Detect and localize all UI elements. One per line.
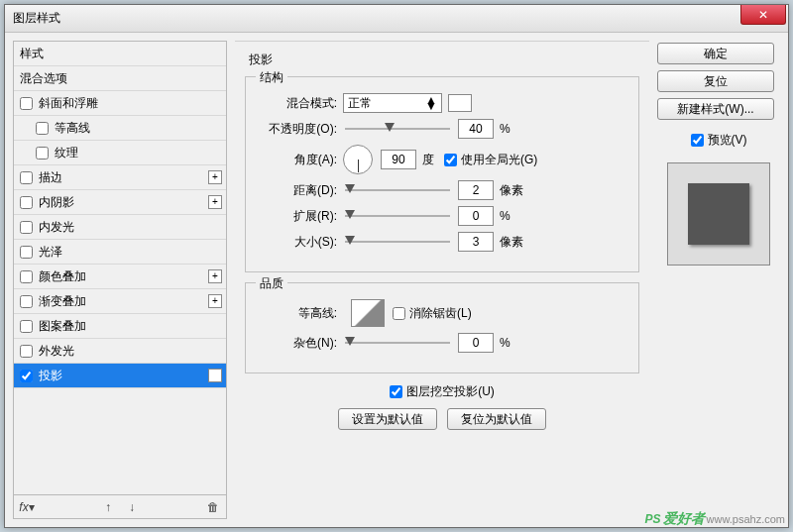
- close-icon: ✕: [758, 8, 768, 22]
- knockout-check[interactable]: 图层挖空投影(U): [390, 383, 495, 400]
- style-item-contour[interactable]: 等高线: [14, 116, 226, 141]
- arrow-down-icon[interactable]: ↓: [125, 500, 139, 514]
- dialog-title: 图层样式: [13, 10, 60, 27]
- blend-mode-label: 混合模式:: [258, 95, 343, 112]
- spread-label: 扩展(R):: [258, 208, 343, 225]
- angle-unit: 度: [422, 152, 434, 168]
- antialias-check[interactable]: 消除锯齿(L): [393, 305, 472, 322]
- style-item-pattern-overlay[interactable]: 图案叠加: [14, 314, 226, 339]
- action-panel: 确定 复位 新建样式(W)... 预览(V): [657, 41, 780, 519]
- size-label: 大小(S):: [258, 234, 343, 251]
- distance-label: 距离(D):: [258, 182, 343, 199]
- chk-inner-glow[interactable]: [20, 221, 33, 234]
- styles-panel: 样式 混合选项 斜面和浮雕 等高线 纹理 描边+ 内阴影+ 内发光 光泽 颜色叠…: [13, 41, 227, 519]
- styles-list: 样式 混合选项 斜面和浮雕 等高线 纹理 描边+ 内阴影+ 内发光 光泽 颜色叠…: [14, 42, 226, 494]
- spread-unit: %: [500, 209, 510, 223]
- style-item-satin[interactable]: 光泽: [14, 240, 226, 265]
- chk-bevel[interactable]: [20, 97, 33, 110]
- chk-outer-glow[interactable]: [20, 345, 33, 358]
- style-item-texture[interactable]: 纹理: [14, 141, 226, 165]
- opacity-label: 不透明度(O):: [258, 121, 343, 138]
- structure-legend: 结构: [256, 69, 287, 86]
- chk-gradient-overlay[interactable]: [20, 295, 33, 308]
- quality-legend: 品质: [256, 275, 287, 292]
- noise-input[interactable]: [458, 333, 494, 353]
- add-gradient-overlay-icon[interactable]: +: [208, 294, 222, 308]
- add-color-overlay-icon[interactable]: +: [208, 269, 222, 283]
- add-stroke-icon[interactable]: +: [208, 170, 222, 184]
- add-inner-shadow-icon[interactable]: +: [208, 195, 222, 209]
- blend-mode-select[interactable]: 正常 ▲▼: [343, 93, 442, 113]
- chk-color-overlay[interactable]: [20, 270, 33, 283]
- styles-footer: fx▾ ↑ ↓ 🗑: [14, 494, 226, 518]
- size-slider[interactable]: [345, 235, 450, 249]
- chk-texture[interactable]: [36, 147, 49, 160]
- style-item-color-overlay[interactable]: 颜色叠加+: [14, 265, 226, 289]
- blend-options-header[interactable]: 混合选项: [14, 66, 226, 91]
- trash-icon[interactable]: 🗑: [206, 500, 220, 514]
- style-item-inner-shadow[interactable]: 内阴影+: [14, 190, 226, 215]
- layer-style-dialog: 图层样式 ✕ 样式 混合选项 斜面和浮雕 等高线 纹理 描边+ 内阴影+ 内发光…: [4, 4, 789, 528]
- settings-panel: 投影 结构 混合模式: 正常 ▲▼ 不透明度(O): %: [235, 41, 649, 519]
- style-item-inner-glow[interactable]: 内发光: [14, 215, 226, 240]
- ok-button[interactable]: 确定: [657, 43, 774, 64]
- set-default-button[interactable]: 设置为默认值: [338, 408, 437, 430]
- contour-picker[interactable]: [351, 299, 385, 327]
- angle-dial[interactable]: [343, 145, 373, 174]
- preview-box: [667, 162, 770, 266]
- chk-drop-shadow[interactable]: [20, 370, 33, 382]
- noise-unit: %: [500, 336, 510, 350]
- watermark: PS 爱好者 www.psahz.com: [645, 510, 786, 528]
- angle-input[interactable]: [381, 150, 416, 169]
- fx-icon[interactable]: fx▾: [20, 500, 34, 514]
- styles-header[interactable]: 样式: [14, 42, 226, 66]
- add-drop-shadow-icon[interactable]: +: [208, 369, 222, 382]
- close-button[interactable]: ✕: [740, 5, 786, 25]
- spread-input[interactable]: [458, 206, 494, 226]
- reset-default-button[interactable]: 复位为默认值: [447, 408, 546, 430]
- spread-slider[interactable]: [345, 209, 450, 223]
- chk-contour[interactable]: [36, 122, 49, 135]
- distance-input[interactable]: [458, 180, 494, 200]
- noise-label: 杂色(N):: [258, 335, 343, 352]
- arrow-up-icon[interactable]: ↑: [101, 500, 115, 514]
- new-style-button[interactable]: 新建样式(W)...: [657, 98, 774, 120]
- preview-swatch: [688, 183, 749, 245]
- quality-group: 品质 等高线: 消除锯齿(L) 杂色(N): %: [245, 282, 639, 373]
- distance-slider[interactable]: [345, 183, 450, 197]
- cancel-button[interactable]: 复位: [657, 70, 774, 92]
- style-item-bevel[interactable]: 斜面和浮雕: [14, 91, 226, 116]
- chk-inner-shadow[interactable]: [20, 196, 33, 209]
- combo-arrows-icon: ▲▼: [425, 97, 437, 109]
- global-light-check[interactable]: 使用全局光(G): [444, 152, 537, 168]
- opacity-slider[interactable]: [345, 122, 450, 136]
- section-title: 投影: [249, 52, 639, 68]
- style-item-stroke[interactable]: 描边+: [14, 165, 226, 190]
- style-item-gradient-overlay[interactable]: 渐变叠加+: [14, 289, 226, 314]
- distance-unit: 像素: [500, 182, 523, 199]
- chk-satin[interactable]: [20, 246, 33, 259]
- angle-label: 角度(A):: [258, 152, 343, 168]
- chk-stroke[interactable]: [20, 171, 33, 184]
- style-item-drop-shadow[interactable]: 投影+: [14, 364, 226, 388]
- structure-group: 结构 混合模式: 正常 ▲▼ 不透明度(O): % 角度(A):: [245, 76, 639, 272]
- opacity-input[interactable]: [458, 119, 494, 139]
- style-item-outer-glow[interactable]: 外发光: [14, 339, 226, 364]
- shadow-color-swatch[interactable]: [448, 94, 472, 112]
- preview-check[interactable]: 预览(V): [691, 132, 747, 149]
- contour-label: 等高线:: [258, 305, 343, 322]
- size-unit: 像素: [500, 234, 523, 251]
- size-input[interactable]: [458, 232, 494, 252]
- noise-slider[interactable]: [345, 336, 450, 350]
- titlebar: 图层样式 ✕: [5, 5, 788, 33]
- opacity-unit: %: [500, 122, 510, 136]
- chk-pattern-overlay[interactable]: [20, 320, 33, 333]
